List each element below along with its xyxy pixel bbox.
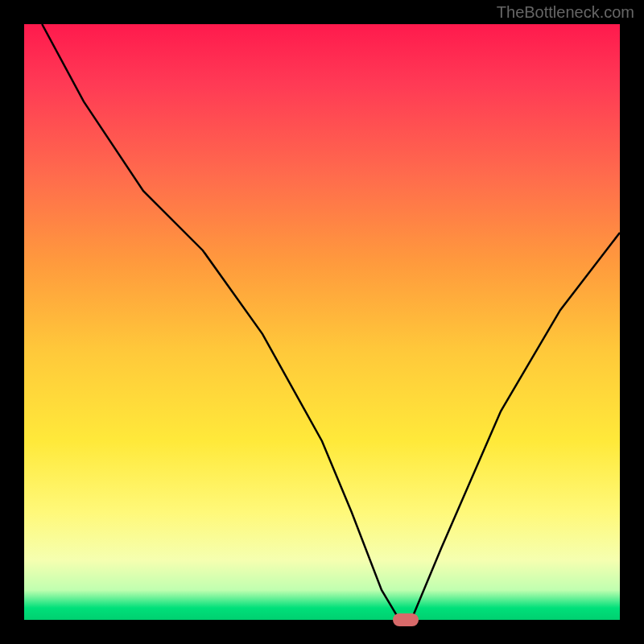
curve-svg bbox=[24, 24, 620, 620]
optimal-marker bbox=[393, 613, 419, 626]
bottleneck-curve bbox=[42, 24, 620, 620]
watermark-text: TheBottleneck.com bbox=[497, 3, 634, 22]
plot-area bbox=[24, 24, 620, 620]
